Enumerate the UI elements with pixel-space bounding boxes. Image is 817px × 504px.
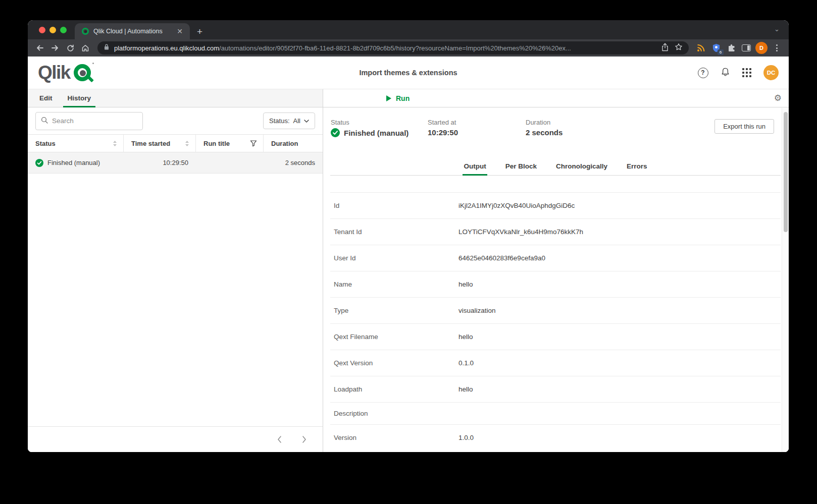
tab-run-band: Edit History Run ⚙ [28,89,789,107]
history-table-row[interactable]: Finished (manual) 10:29:50 2 seconds [28,152,323,174]
row-time-started: 10:29:50 [124,152,196,173]
browser-profile-avatar[interactable]: D [754,41,769,55]
share-icon[interactable] [661,43,669,53]
status-label: Status [331,119,428,126]
macos-window-controls [39,27,67,33]
sort-icon [113,140,117,147]
tab-close-icon[interactable]: ✕ [175,27,185,36]
tab-chronologically[interactable]: Chronologically [555,157,608,175]
history-list-panel: Status: All Status Time started [28,107,323,452]
next-page-icon[interactable] [299,434,309,444]
started-at-label: Started at [428,119,526,126]
app-header: Qlik Import themes & extensions ? DC [28,57,789,89]
search-input[interactable] [52,117,137,125]
field-row-qext-filename: Qext Filename hello [330,323,781,350]
search-input-wrapper [35,112,143,130]
run-summary: Status Finished (manual) Started at 10:2… [323,107,782,141]
field-row-name: Name hello [330,271,781,297]
lock-icon [104,43,110,52]
field-row-tenant-id: Tenant Id LOYTiCFVqXVkaNlr_k6u4H9mo76kkK… [330,218,781,245]
tab-errors[interactable]: Errors [626,157,648,175]
finished-check-icon [331,128,340,137]
qlik-page: Qlik Import themes & extensions ? DC [28,57,789,452]
qlik-logo[interactable]: Qlik [38,62,93,83]
started-at-value: 10:29:50 [428,128,526,137]
output-fields: Id iKjl2A1IMYj0zXQvB40UioAphdgGiD6c Tena… [323,192,782,451]
browser-toolbar: platformoperations.eu.qlikcloud.com/auto… [28,39,789,57]
pagination [28,426,323,452]
field-row-loadpath: Loadpath hello [330,376,781,402]
column-header-status[interactable]: Status [28,135,124,152]
export-run-button[interactable]: Export this run [714,119,774,134]
side-panel-icon[interactable] [739,41,753,55]
url-text: platformoperations.eu.qlikcloud.com/auto… [114,44,571,52]
back-icon[interactable] [33,41,47,55]
tab-output[interactable]: Output [463,157,487,175]
close-window-button[interactable] [39,27,45,33]
url-path: /automations/editor/905f2f70-fba6-11ed-8… [219,44,571,52]
history-table-header: Status Time started Run title Durat [28,134,323,152]
output-tabs: Output Per Block Chronologically Errors [330,157,781,176]
field-row-id: Id iKjl2A1IMYj0zXQvB40UioAphdgGiD6c [330,192,781,218]
field-row-qext-version: Qext Version 0.1.0 [330,350,781,376]
password-manager-shield-icon[interactable]: 6 [709,41,723,55]
scrollbar-thumb[interactable] [784,112,788,232]
tab-history[interactable]: History [60,89,99,107]
home-icon[interactable] [78,41,92,55]
status-value: Finished (manual) [344,129,408,137]
qlik-logo-text: Qlik [38,62,70,83]
duration-value: 2 seconds [526,128,563,137]
search-icon [41,117,48,126]
finished-check-icon [35,159,43,167]
notifications-bell-icon[interactable] [721,67,730,79]
sort-icon [185,140,189,147]
previous-page-icon[interactable] [275,434,285,444]
browser-tab[interactable]: Qlik Cloud | Automations ✕ [75,23,190,39]
new-tab-button[interactable]: + [197,27,202,36]
qlik-q-icon [73,63,93,83]
scrollbar[interactable] [782,108,789,452]
field-row-user-id: User Id 64625e0460283f6e9cefa9a0 [330,245,781,271]
app-launcher-icon[interactable] [742,68,752,78]
editor-nav-tabs: Edit History [28,89,323,107]
user-avatar[interactable]: DC [763,65,779,80]
run-button[interactable]: Run [386,94,410,102]
browser-window: Qlik Cloud | Automations ✕ + ⌄ [28,20,789,452]
row-duration: 2 seconds [264,152,323,173]
column-header-duration[interactable]: Duration [264,135,323,152]
filter-funnel-icon[interactable] [250,140,257,147]
extension-badge: 6 [718,49,724,55]
url-host: platformoperations.eu.qlikcloud.com [114,44,219,52]
reload-icon[interactable] [63,41,77,55]
screenshot-canvas: Qlik Cloud | Automations ✕ + ⌄ [0,0,817,504]
zoom-window-button[interactable] [60,27,67,33]
extensions-puzzle-icon[interactable] [724,41,738,55]
column-header-time-started[interactable]: Time started [124,135,196,152]
forward-icon[interactable] [48,41,62,55]
chevron-down-icon [304,120,309,123]
run-toolbar: Run ⚙ [323,89,789,107]
tab-per-block[interactable]: Per Block [504,157,538,175]
column-header-run-title[interactable]: Run title [196,135,264,152]
tab-edit[interactable]: Edit [32,89,60,107]
rss-extension-icon[interactable] [694,41,708,55]
browser-tabstrip: Qlik Cloud | Automations ✕ + ⌄ [28,20,789,39]
browser-tab-title: Qlik Cloud | Automations [93,28,170,35]
duration-label: Duration [526,119,563,126]
row-status: Finished (manual) [47,159,100,166]
automation-title: Import themes & extensions [359,69,457,77]
field-row-type: Type visualization [330,297,781,323]
address-bar[interactable]: platformoperations.eu.qlikcloud.com/auto… [97,41,689,54]
minimize-window-button[interactable] [49,27,56,33]
settings-gear-icon[interactable]: ⚙ [774,94,782,102]
bookmark-star-icon[interactable] [675,43,683,53]
help-icon[interactable]: ? [698,68,708,78]
qlik-favicon-icon [82,28,89,35]
row-run-title [196,152,264,173]
play-icon [386,95,391,101]
run-detail-panel: Status Finished (manual) Started at 10:2… [323,107,789,452]
browser-menu-icon[interactable] [770,41,784,55]
field-row-description: Description [330,402,781,424]
status-filter-dropdown[interactable]: Status: All [263,113,315,129]
tab-search-chevron-icon[interactable]: ⌄ [774,25,780,33]
